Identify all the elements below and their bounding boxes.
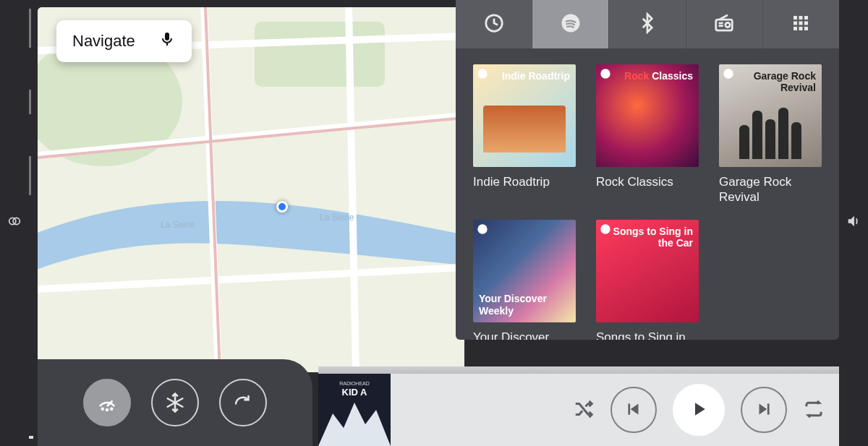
svg-rect-31 [804,27,808,30]
svg-point-19 [726,22,730,27]
bluetooth-icon [637,12,658,37]
svg-rect-42 [628,403,630,414]
svg-text:La Seine: La Seine [161,220,195,230]
navigate-button[interactable]: Navigate [56,20,192,62]
repeat-button[interactable] [803,398,825,422]
left-rail [0,0,29,446]
svg-rect-28 [804,21,808,25]
now-playing-cover[interactable]: RADIOHEAD KID A [318,374,391,446]
svg-marker-41 [631,403,639,414]
svg-rect-29 [793,27,797,30]
ac-button[interactable] [151,379,199,426]
svg-rect-30 [799,27,803,30]
playlist-item[interactable]: Garage Rock Revival Garage Rock Revival [719,64,822,205]
spotify-icon [560,12,582,37]
playlist-cover: Indie Roadtrip [473,64,576,167]
svg-point-10 [102,408,103,410]
nowplaying-trim [318,366,839,374]
snowflake-icon [164,392,186,413]
previous-button[interactable] [610,387,657,433]
playlist-cover: Rock Classics [596,64,699,167]
svg-rect-7 [165,33,169,40]
radio-icon [713,12,735,37]
play-button[interactable] [673,384,725,436]
wiper-icon [96,392,118,413]
navigate-label: Navigate [72,32,135,51]
svg-point-32 [477,69,487,78]
svg-rect-25 [804,16,808,20]
wiper-button[interactable] [83,379,131,426]
playlist-title: Indie Roadtrip [473,174,576,189]
playlist-title: Songs to Sing in the Car [596,330,699,340]
clock-icon [483,12,505,37]
playlist-cover: Songs to Sing in the Car [596,220,699,322]
playlist-title: Garage Rock Revival [719,174,822,205]
playlists-grid: Indie Roadtrip Indie Roadtrip Rock Class… [456,48,839,340]
playlist-item[interactable]: Songs to Sing in the Car Songs to Sing i… [596,220,699,340]
svg-point-33 [600,69,610,78]
svg-marker-44 [760,403,767,414]
svg-point-35 [477,224,487,233]
svg-marker-43 [695,403,705,416]
recirculate-icon [232,392,254,413]
cover-text: Songs to Sing in the Car [596,226,693,249]
next-button[interactable] [741,387,787,433]
tab-bluetooth[interactable] [609,0,686,48]
svg-rect-4 [255,22,385,87]
tab-recent[interactable] [456,0,532,48]
vehicle-controls-bar [38,359,312,446]
tab-apps[interactable] [763,0,839,48]
repeat-icon [803,398,825,422]
microphone-icon[interactable] [158,30,176,52]
svg-rect-23 [793,16,797,20]
climate-icon[interactable] [7,213,22,233]
svg-rect-24 [799,16,803,20]
shuffle-icon [573,398,595,422]
playlist-title: Your Discover Weekly [473,330,576,340]
user-location-dot [276,201,288,213]
cover-text: Indie Roadtrip [502,70,570,82]
svg-text:La Seine: La Seine [320,213,354,223]
skip-back-icon [624,400,643,421]
shuffle-button[interactable] [573,398,595,422]
cover-text: Garage Rock Revival [719,70,816,93]
svg-rect-45 [767,403,770,414]
music-source-tabs [456,0,839,48]
play-icon [688,398,710,422]
svg-rect-27 [799,21,803,25]
svg-point-12 [111,408,112,410]
tab-spotify[interactable] [532,0,609,48]
cover-text: Rock Classics [624,70,693,82]
svg-point-11 [106,409,108,411]
svg-text:KID A: KID A [342,387,368,398]
svg-point-1 [13,218,20,224]
skip-forward-icon [754,400,773,421]
right-rail [839,0,868,446]
playlist-cover: Garage Rock Revival [719,64,822,167]
tab-radio[interactable] [686,0,763,48]
recirculate-button[interactable] [219,379,267,426]
svg-text:RADIOHEAD: RADIOHEAD [339,381,370,386]
playlist-cover: Your Discover Weekly [473,220,576,322]
music-panel: Indie Roadtrip Indie Roadtrip Rock Class… [456,0,839,340]
cover-text: Your Discover Weekly [479,293,576,316]
volume-icon[interactable] [846,213,861,233]
playlist-item[interactable]: Rock Classics Rock Classics [596,64,699,205]
playlist-item[interactable]: Indie Roadtrip Indie Roadtrip [473,64,576,205]
map-view[interactable]: La Seine La Seine Navigate [38,7,464,372]
svg-rect-26 [793,21,797,25]
playlist-title: Rock Classics [596,174,699,189]
now-playing-bar: RADIOHEAD KID A [318,374,839,446]
apps-grid-icon [790,12,812,37]
playlist-item[interactable]: Your Discover Weekly Your Discover Weekl… [473,220,576,340]
